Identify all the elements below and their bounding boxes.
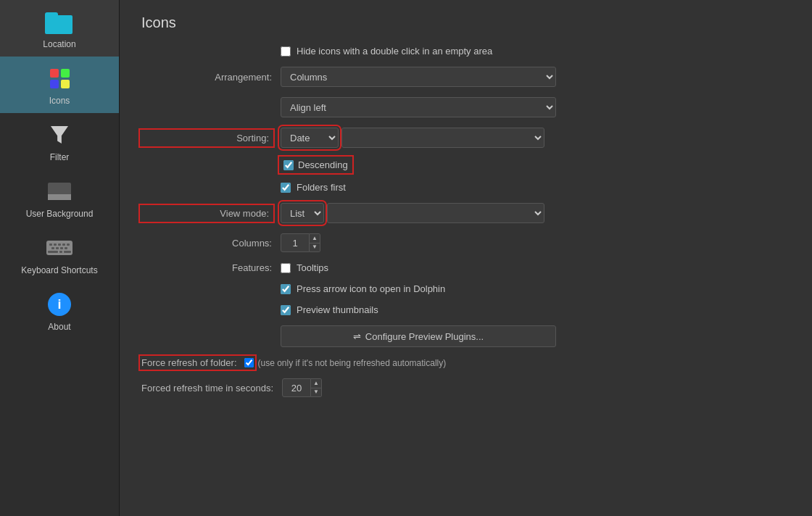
preview-thumbnails-checkbox[interactable] — [281, 305, 291, 315]
sidebar-item-keyboard-shortcuts[interactable]: Keyboard Shortcuts — [0, 226, 119, 283]
force-refresh-label: Force refresh of folder: — [141, 357, 237, 368]
sidebar-item-icons[interactable]: Icons — [0, 57, 119, 113]
configure-preview-icon: ⇌ — [353, 331, 361, 342]
sorting-label: Sorting: — [141, 131, 272, 145]
forced-refresh-time-row: Forced refresh time in seconds: ▲ ▼ — [141, 378, 790, 397]
align-row: Align left Align right Align center — [141, 97, 790, 117]
descending-label: Descending — [298, 159, 348, 170]
filter-icon — [45, 120, 74, 149]
keyboard-icon — [45, 233, 74, 262]
sidebar-label-location: Location — [43, 39, 75, 49]
arrangement-label: Arrangement: — [141, 72, 272, 83]
tooltips-checkbox-row: Tooltips — [281, 262, 328, 273]
folders-first-checkbox[interactable] — [281, 183, 291, 193]
sidebar-item-location[interactable]: Location — [0, 0, 119, 57]
columns-label: Columns: — [141, 238, 272, 249]
press-arrow-label: Press arrow icon to open in Dolphin — [297, 283, 445, 294]
columns-arrows: ▲ ▼ — [310, 233, 320, 252]
force-refresh-highlight: Force refresh of folder: — [141, 357, 254, 368]
hide-icons-row: Hide icons with a double click in an emp… — [281, 46, 790, 57]
icons-grid-icon — [45, 64, 74, 93]
about-icon: i — [45, 290, 74, 319]
sidebar-label-user-background: User Background — [26, 209, 94, 219]
columns-input[interactable] — [281, 233, 310, 252]
configure-preview-button[interactable]: ⇌ Configure Preview Plugins... — [281, 325, 556, 347]
user-background-icon — [45, 177, 74, 206]
sorting-select[interactable]: Date Name Size Type — [281, 128, 339, 148]
align-select[interactable]: Align left Align right Align center — [281, 97, 556, 117]
force-refresh-row: Force refresh of folder: (use only if it… — [141, 357, 790, 368]
hide-icons-checkbox[interactable] — [281, 46, 291, 57]
forced-refresh-spinbox: ▲ ▼ — [282, 378, 322, 397]
folder-icon — [45, 7, 74, 36]
forced-refresh-arrows: ▲ ▼ — [311, 378, 322, 397]
sidebar-label-about: About — [48, 322, 70, 332]
sidebar-label-keyboard-shortcuts: Keyboard Shortcuts — [21, 265, 97, 275]
columns-row: Columns: ▲ ▼ — [141, 233, 790, 252]
sidebar-item-user-background[interactable]: User Background — [0, 170, 119, 226]
configure-preview-label: Configure Preview Plugins... — [365, 331, 484, 342]
columns-spinbox: ▲ ▼ — [281, 233, 320, 252]
view-mode-extra-select[interactable] — [327, 203, 544, 223]
force-refresh-checkbox[interactable] — [244, 358, 254, 367]
press-arrow-row: Press arrow icon to open in Dolphin — [281, 283, 790, 294]
features-label: Features: — [141, 262, 272, 273]
columns-down-arrow[interactable]: ▼ — [310, 244, 320, 252]
force-refresh-hint: (use only if it's not being refreshed au… — [258, 358, 447, 368]
view-mode-row: View mode: List Icons Compact — [141, 203, 790, 223]
arrangement-row: Arrangement: Columns Rows Manual — [141, 67, 790, 87]
page-title: Icons — [141, 14, 790, 31]
sidebar-item-about[interactable]: i About — [0, 283, 119, 339]
main-content: Icons Hide icons with a double click in … — [120, 0, 812, 516]
sorting-extra-select[interactable] — [341, 128, 544, 148]
sidebar-label-icons: Icons — [49, 96, 70, 106]
forced-refresh-up-arrow[interactable]: ▲ — [311, 379, 321, 388]
forced-refresh-input[interactable] — [282, 378, 311, 397]
settings-area: Hide icons with a double click in an emp… — [141, 46, 790, 397]
sidebar-item-filter[interactable]: Filter — [0, 113, 119, 170]
features-tooltips-row: Features: Tooltips — [141, 262, 790, 273]
tooltips-checkbox[interactable] — [281, 263, 291, 273]
forced-refresh-time-label: Forced refresh time in seconds: — [141, 383, 273, 394]
descending-row: Descending — [281, 158, 790, 172]
preview-thumbnails-row: Preview thumbnails — [281, 304, 790, 315]
tooltips-label: Tooltips — [297, 262, 328, 273]
preview-thumbnails-label: Preview thumbnails — [297, 304, 378, 315]
arrangement-select[interactable]: Columns Rows Manual — [281, 67, 556, 87]
columns-up-arrow[interactable]: ▲ — [310, 234, 320, 244]
sidebar: Location Icons Filter User Background — [0, 0, 120, 516]
sidebar-label-filter: Filter — [50, 152, 70, 162]
descending-checkbox[interactable] — [283, 160, 294, 170]
view-mode-select[interactable]: List Icons Compact — [281, 203, 324, 223]
hide-icons-label: Hide icons with a double click in an emp… — [297, 46, 492, 57]
sorting-row: Sorting: Date Name Size Type — [141, 128, 790, 148]
forced-refresh-down-arrow[interactable]: ▼ — [311, 388, 321, 397]
folders-first-label: Folders first — [297, 182, 346, 193]
press-arrow-checkbox[interactable] — [281, 284, 291, 294]
configure-preview-container: ⇌ Configure Preview Plugins... — [281, 325, 790, 347]
folders-first-row: Folders first — [281, 182, 790, 193]
view-mode-label: View mode: — [141, 207, 272, 220]
